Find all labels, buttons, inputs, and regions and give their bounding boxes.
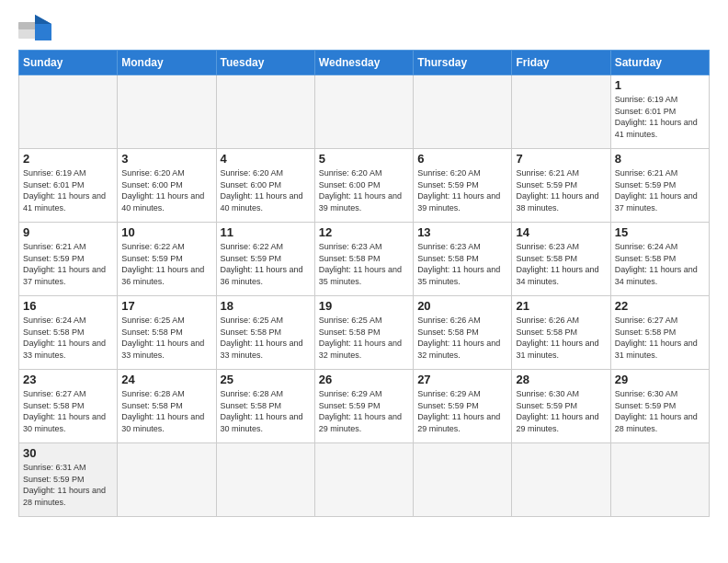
day-number: 6	[417, 152, 507, 166]
day-number: 2	[23, 152, 113, 166]
day-cell: 25Sunrise: 6:28 AM Sunset: 5:58 PM Dayli…	[216, 370, 314, 443]
week-row-2: 2Sunrise: 6:19 AM Sunset: 6:01 PM Daylig…	[19, 149, 710, 223]
weekday-sunday: Sunday	[19, 51, 118, 75]
calendar: SundayMondayTuesdayWednesdayThursdayFrid…	[18, 50, 710, 517]
day-number: 9	[23, 225, 113, 239]
day-info: Sunrise: 6:25 AM Sunset: 5:58 PM Dayligh…	[319, 315, 409, 361]
day-cell: 1Sunrise: 6:19 AM Sunset: 6:01 PM Daylig…	[610, 75, 709, 149]
weekday-monday: Monday	[118, 51, 216, 75]
day-info: Sunrise: 6:21 AM Sunset: 5:59 PM Dayligh…	[615, 167, 705, 213]
day-number: 20	[417, 299, 507, 313]
day-cell: 3Sunrise: 6:20 AM Sunset: 6:00 PM Daylig…	[118, 149, 216, 223]
day-cell: 19Sunrise: 6:25 AM Sunset: 5:58 PM Dayli…	[314, 296, 413, 370]
header	[18, 15, 710, 40]
day-number: 18	[221, 299, 311, 313]
day-info: Sunrise: 6:19 AM Sunset: 6:01 PM Dayligh…	[23, 167, 113, 213]
weekday-tuesday: Tuesday	[216, 51, 314, 75]
day-info: Sunrise: 6:27 AM Sunset: 5:58 PM Dayligh…	[23, 388, 113, 434]
day-cell: 15Sunrise: 6:24 AM Sunset: 5:58 PM Dayli…	[610, 223, 709, 296]
day-number: 3	[121, 152, 211, 166]
day-info: Sunrise: 6:30 AM Sunset: 5:59 PM Dayligh…	[615, 388, 705, 434]
day-cell: 7Sunrise: 6:21 AM Sunset: 5:59 PM Daylig…	[512, 149, 610, 223]
day-number: 30	[23, 446, 113, 460]
week-row-1: 1Sunrise: 6:19 AM Sunset: 6:01 PM Daylig…	[19, 75, 710, 149]
day-cell: 4Sunrise: 6:20 AM Sunset: 6:00 PM Daylig…	[216, 149, 314, 223]
day-number: 16	[23, 299, 113, 313]
day-number: 19	[319, 299, 409, 313]
day-cell: 17Sunrise: 6:25 AM Sunset: 5:58 PM Dayli…	[118, 296, 216, 370]
day-info: Sunrise: 6:31 AM Sunset: 5:59 PM Dayligh…	[23, 462, 113, 508]
day-info: Sunrise: 6:21 AM Sunset: 5:59 PM Dayligh…	[23, 241, 113, 287]
weekday-saturday: Saturday	[610, 51, 709, 75]
day-info: Sunrise: 6:23 AM Sunset: 5:58 PM Dayligh…	[319, 241, 409, 287]
day-number: 12	[319, 225, 409, 239]
day-info: Sunrise: 6:20 AM Sunset: 6:00 PM Dayligh…	[221, 167, 311, 213]
day-info: Sunrise: 6:28 AM Sunset: 5:58 PM Dayligh…	[221, 388, 311, 434]
week-row-6: 30Sunrise: 6:31 AM Sunset: 5:59 PM Dayli…	[19, 443, 710, 517]
day-number: 21	[516, 299, 606, 313]
day-number: 14	[516, 225, 606, 239]
day-info: Sunrise: 6:23 AM Sunset: 5:58 PM Dayligh…	[516, 241, 606, 287]
day-number: 13	[417, 225, 507, 239]
day-info: Sunrise: 6:24 AM Sunset: 5:58 PM Dayligh…	[23, 315, 113, 361]
day-info: Sunrise: 6:27 AM Sunset: 5:58 PM Dayligh…	[615, 315, 705, 361]
day-cell	[216, 75, 314, 149]
day-info: Sunrise: 6:20 AM Sunset: 5:59 PM Dayligh…	[417, 167, 507, 213]
day-cell	[512, 75, 610, 149]
day-cell: 9Sunrise: 6:21 AM Sunset: 5:59 PM Daylig…	[19, 223, 118, 296]
day-number: 25	[221, 373, 311, 386]
day-number: 22	[615, 299, 705, 313]
day-cell: 16Sunrise: 6:24 AM Sunset: 5:58 PM Dayli…	[19, 296, 118, 370]
day-cell	[414, 75, 512, 149]
day-info: Sunrise: 6:23 AM Sunset: 5:58 PM Dayligh…	[417, 241, 507, 287]
day-cell: 27Sunrise: 6:29 AM Sunset: 5:59 PM Dayli…	[414, 370, 512, 443]
day-cell: 8Sunrise: 6:21 AM Sunset: 5:59 PM Daylig…	[610, 149, 709, 223]
day-info: Sunrise: 6:24 AM Sunset: 5:58 PM Dayligh…	[615, 241, 705, 287]
weekday-friday: Friday	[512, 51, 610, 75]
day-number: 26	[319, 373, 409, 386]
day-info: Sunrise: 6:25 AM Sunset: 5:58 PM Dayligh…	[221, 315, 311, 361]
day-cell	[118, 443, 216, 517]
day-cell: 21Sunrise: 6:26 AM Sunset: 5:58 PM Dayli…	[512, 296, 610, 370]
day-info: Sunrise: 6:28 AM Sunset: 5:58 PM Dayligh…	[121, 388, 211, 434]
day-number: 29	[615, 373, 705, 386]
day-number: 10	[121, 225, 211, 239]
day-cell: 28Sunrise: 6:30 AM Sunset: 5:59 PM Dayli…	[512, 370, 610, 443]
week-row-5: 23Sunrise: 6:27 AM Sunset: 5:58 PM Dayli…	[19, 370, 710, 443]
day-cell: 6Sunrise: 6:20 AM Sunset: 5:59 PM Daylig…	[414, 149, 512, 223]
day-cell: 11Sunrise: 6:22 AM Sunset: 5:59 PM Dayli…	[216, 223, 314, 296]
weekday-thursday: Thursday	[414, 51, 512, 75]
day-cell: 23Sunrise: 6:27 AM Sunset: 5:58 PM Dayli…	[19, 370, 118, 443]
day-cell: 20Sunrise: 6:26 AM Sunset: 5:58 PM Dayli…	[414, 296, 512, 370]
day-number: 11	[221, 225, 311, 239]
day-info: Sunrise: 6:29 AM Sunset: 5:59 PM Dayligh…	[319, 388, 409, 434]
day-cell	[610, 443, 709, 517]
day-cell: 29Sunrise: 6:30 AM Sunset: 5:59 PM Dayli…	[610, 370, 709, 443]
day-cell: 26Sunrise: 6:29 AM Sunset: 5:59 PM Dayli…	[314, 370, 413, 443]
day-info: Sunrise: 6:30 AM Sunset: 5:59 PM Dayligh…	[516, 388, 606, 434]
day-cell: 30Sunrise: 6:31 AM Sunset: 5:59 PM Dayli…	[19, 443, 118, 517]
day-cell	[414, 443, 512, 517]
day-cell: 18Sunrise: 6:25 AM Sunset: 5:58 PM Dayli…	[216, 296, 314, 370]
day-cell	[314, 443, 413, 517]
day-info: Sunrise: 6:26 AM Sunset: 5:58 PM Dayligh…	[417, 315, 507, 361]
day-number: 28	[516, 373, 606, 386]
day-number: 15	[615, 225, 705, 239]
day-cell: 5Sunrise: 6:20 AM Sunset: 6:00 PM Daylig…	[314, 149, 413, 223]
day-number: 5	[319, 152, 409, 166]
day-cell: 14Sunrise: 6:23 AM Sunset: 5:58 PM Dayli…	[512, 223, 610, 296]
week-row-4: 16Sunrise: 6:24 AM Sunset: 5:58 PM Dayli…	[19, 296, 710, 370]
day-cell	[314, 75, 413, 149]
day-info: Sunrise: 6:19 AM Sunset: 6:01 PM Dayligh…	[615, 94, 705, 140]
day-info: Sunrise: 6:21 AM Sunset: 5:59 PM Dayligh…	[516, 167, 606, 213]
day-cell	[512, 443, 610, 517]
day-cell	[216, 443, 314, 517]
day-info: Sunrise: 6:25 AM Sunset: 5:58 PM Dayligh…	[121, 315, 211, 361]
day-info: Sunrise: 6:22 AM Sunset: 5:59 PM Dayligh…	[121, 241, 211, 287]
day-cell: 12Sunrise: 6:23 AM Sunset: 5:58 PM Dayli…	[314, 223, 413, 296]
weekday-header-row: SundayMondayTuesdayWednesdayThursdayFrid…	[19, 51, 710, 75]
generalblue-logo-icon	[18, 15, 51, 40]
day-number: 27	[417, 373, 507, 386]
day-cell	[19, 75, 118, 149]
day-cell: 13Sunrise: 6:23 AM Sunset: 5:58 PM Dayli…	[414, 223, 512, 296]
